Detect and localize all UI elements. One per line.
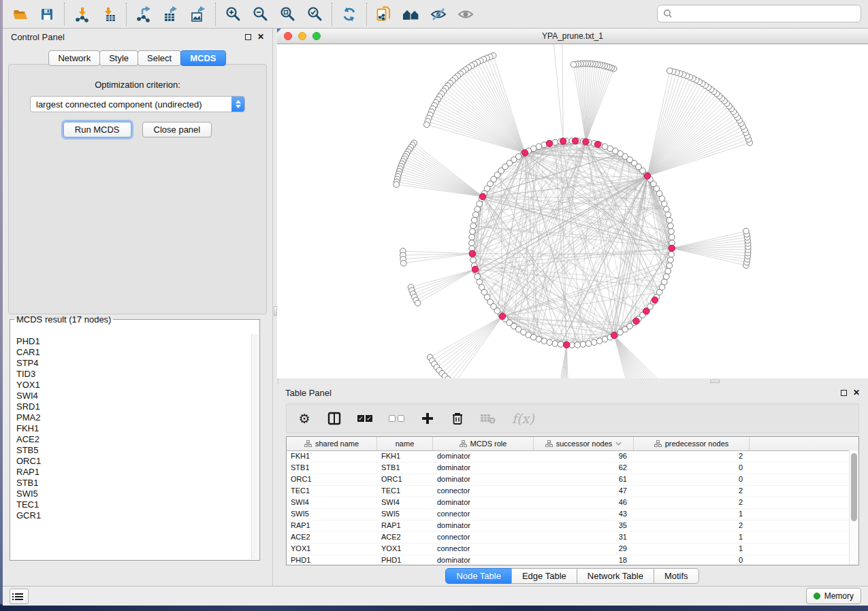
table-cell[interactable]: SWI4 bbox=[377, 497, 433, 508]
table-cell[interactable]: connector bbox=[433, 486, 534, 497]
table-cell[interactable]: dominator bbox=[433, 451, 534, 462]
mcds-result-list[interactable]: PHD1CAR1STP4TID3YOX1SWI4SRD1PMA2FKH1ACE2… bbox=[11, 335, 251, 559]
zoom-in-icon[interactable] bbox=[224, 5, 242, 23]
mcds-node-item[interactable]: YOX1 bbox=[11, 379, 251, 390]
graph-node[interactable] bbox=[585, 341, 592, 347]
float-panel-icon[interactable] bbox=[841, 390, 847, 396]
refresh-layout-icon[interactable] bbox=[340, 5, 358, 23]
graph-node[interactable] bbox=[665, 268, 671, 274]
table-cell[interactable]: 1 bbox=[634, 509, 750, 520]
hide-selected-icon[interactable] bbox=[430, 5, 447, 23]
table-cell[interactable]: YOX1 bbox=[377, 544, 433, 555]
mcds-node-item[interactable]: SWI5 bbox=[11, 488, 251, 499]
mcds-node-item[interactable]: STB5 bbox=[11, 444, 251, 455]
mcds-node-item[interactable]: TEC1 bbox=[11, 499, 251, 510]
graph-node[interactable] bbox=[469, 240, 475, 246]
graph-node[interactable] bbox=[665, 212, 671, 218]
graph-node[interactable] bbox=[669, 251, 675, 257]
mcds-node-item[interactable]: ORC1 bbox=[11, 455, 251, 466]
save-session-icon[interactable] bbox=[38, 5, 56, 23]
mcds-node-item[interactable]: PMA2 bbox=[11, 412, 251, 423]
graph-node[interactable] bbox=[541, 338, 547, 344]
graph-node[interactable] bbox=[596, 338, 602, 344]
table-cell[interactable]: 35 bbox=[534, 521, 634, 531]
table-cell[interactable]: RAP1 bbox=[287, 521, 377, 531]
graph-hub-node[interactable] bbox=[644, 173, 650, 179]
table-cell[interactable]: STB1 bbox=[287, 463, 377, 474]
mcds-node-item[interactable]: STP4 bbox=[11, 357, 251, 368]
graph-hub-node[interactable] bbox=[564, 342, 570, 348]
table-cell[interactable]: dominator bbox=[433, 521, 534, 531]
graph-node[interactable] bbox=[423, 122, 430, 128]
table-cell[interactable]: connector bbox=[433, 544, 534, 555]
graph-node[interactable] bbox=[591, 340, 597, 346]
memory-button[interactable]: Memory bbox=[806, 588, 861, 604]
table-cell[interactable]: 29 bbox=[534, 544, 634, 555]
table-cell[interactable]: ORC1 bbox=[377, 474, 433, 485]
graph-hub-node[interactable] bbox=[611, 332, 617, 338]
mcds-node-item[interactable]: SRD1 bbox=[11, 401, 251, 412]
table-cell[interactable]: 61 bbox=[534, 474, 634, 485]
table-cell[interactable]: RAP1 bbox=[377, 521, 433, 531]
graph-node[interactable] bbox=[558, 342, 564, 348]
table-cell[interactable]: 0 bbox=[634, 463, 750, 474]
graph-node[interactable] bbox=[580, 342, 586, 348]
table-cell[interactable]: dominator bbox=[433, 555, 534, 565]
graph-node[interactable] bbox=[400, 261, 406, 267]
zoom-out-icon[interactable] bbox=[251, 5, 269, 23]
select-all-icon[interactable]: ✓✓ bbox=[357, 411, 372, 426]
table-cell[interactable]: dominator bbox=[433, 463, 534, 474]
mcds-node-item[interactable]: SWI4 bbox=[11, 390, 251, 401]
mcds-node-item[interactable]: FKH1 bbox=[11, 423, 251, 433]
tab-select[interactable]: Select bbox=[138, 50, 181, 66]
graph-hub-node[interactable] bbox=[669, 245, 675, 251]
graph-hub-node[interactable] bbox=[560, 138, 566, 144]
table-row[interactable]: SWI5SWI5connector431 bbox=[287, 509, 858, 521]
table-cell[interactable]: SWI5 bbox=[377, 509, 433, 520]
table-cell[interactable]: SWI5 bbox=[287, 509, 377, 520]
close-panel-icon[interactable]: ✕ bbox=[853, 389, 860, 397]
graph-hub-node[interactable] bbox=[472, 266, 478, 272]
mcds-node-item[interactable]: TID3 bbox=[11, 368, 251, 379]
graph-node[interactable] bbox=[552, 341, 558, 347]
table-cell[interactable]: 2 bbox=[634, 497, 750, 508]
graph-hub-node[interactable] bbox=[643, 308, 649, 314]
table-cell[interactable]: TEC1 bbox=[287, 486, 377, 497]
graph-node[interactable] bbox=[393, 182, 400, 188]
table-cell[interactable]: 31 bbox=[534, 532, 634, 543]
add-column-icon[interactable] bbox=[421, 411, 434, 426]
table-cell[interactable]: FKH1 bbox=[377, 451, 433, 462]
column-header-successor-nodes[interactable]: successor nodes bbox=[534, 437, 634, 450]
table-cell[interactable]: ACE2 bbox=[377, 532, 433, 543]
tab-node-table[interactable]: Node Table bbox=[445, 568, 512, 584]
table-settings-icon[interactable]: ⚙ bbox=[298, 411, 311, 426]
graph-hub-node[interactable] bbox=[594, 141, 600, 147]
graph-node[interactable] bbox=[570, 62, 577, 68]
table-cell[interactable]: connector bbox=[433, 509, 534, 520]
graph-node[interactable] bbox=[470, 257, 477, 263]
zoom-fit-icon[interactable] bbox=[278, 5, 296, 23]
graph-node[interactable] bbox=[470, 223, 477, 229]
import-network-icon[interactable] bbox=[73, 5, 91, 23]
graph-node[interactable] bbox=[666, 68, 673, 74]
graph-node[interactable] bbox=[415, 300, 421, 306]
table-cell[interactable]: dominator bbox=[433, 497, 534, 508]
graph-node[interactable] bbox=[471, 217, 477, 223]
export-network-icon[interactable] bbox=[135, 5, 152, 23]
table-cell[interactable]: 43 bbox=[534, 509, 634, 520]
graph-hub-node[interactable] bbox=[652, 297, 658, 303]
table-cell[interactable]: 1 bbox=[634, 544, 750, 555]
zoom-selected-icon[interactable] bbox=[306, 5, 323, 23]
close-panel-button[interactable]: Close panel bbox=[142, 122, 212, 137]
mcds-node-item[interactable]: RAP1 bbox=[11, 466, 251, 477]
table-cell[interactable]: dominator bbox=[433, 474, 534, 485]
graph-hub-node[interactable] bbox=[479, 193, 485, 199]
graph-node[interactable] bbox=[470, 229, 476, 235]
first-neighbors-icon[interactable] bbox=[402, 5, 420, 23]
graph-node[interactable] bbox=[662, 279, 668, 285]
import-table-icon[interactable] bbox=[100, 5, 118, 23]
graph-node[interactable] bbox=[552, 139, 558, 146]
table-cell[interactable]: PHD1 bbox=[377, 555, 433, 565]
graph-node[interactable] bbox=[469, 234, 475, 240]
table-row[interactable]: YOX1YOX1connector291 bbox=[287, 544, 858, 555]
